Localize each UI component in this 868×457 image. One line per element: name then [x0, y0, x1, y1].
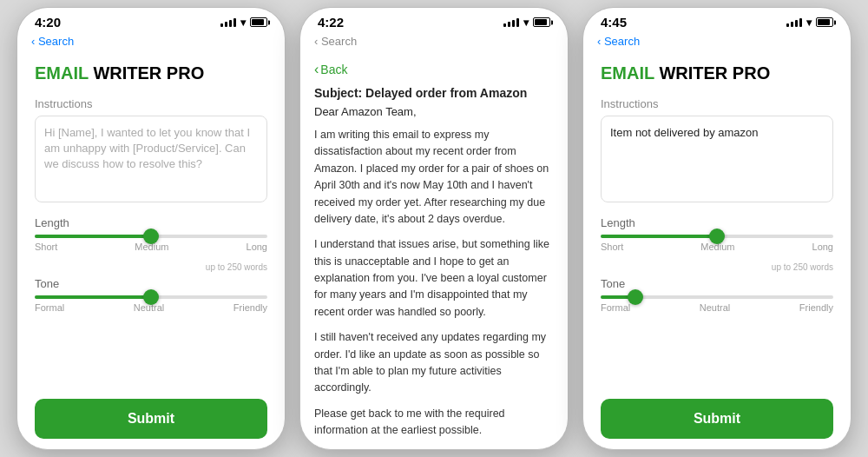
- email-para-2: I understand that issues arise, but some…: [314, 236, 554, 321]
- tone-track-left[interactable]: [35, 295, 267, 299]
- word-count-left: up to 250 words: [35, 262, 267, 272]
- battery-icon-middle: [533, 17, 550, 27]
- email-para-4: Please get back to me with the required …: [314, 406, 554, 440]
- email-salutation: Dear Amazon Team,: [314, 105, 554, 118]
- tone-track-right[interactable]: [601, 295, 833, 299]
- word-count-right: up to 250 words: [601, 262, 833, 272]
- instructions-label-right: Instructions: [601, 97, 833, 110]
- email-subject: Subject: Delayed order from Amazon: [314, 86, 554, 100]
- length-section-left: Length Short Medium Long: [35, 216, 267, 252]
- status-bar-right: 4:45 ▾: [583, 8, 851, 33]
- phone-left-content: EMAIL WRITER PRO Instructions Hi [Name],…: [17, 53, 285, 449]
- battery-icon-left: [250, 17, 267, 27]
- tone-label-right: Tone: [601, 277, 833, 290]
- time-left: 4:20: [35, 15, 61, 30]
- status-icons-middle: ▾: [503, 17, 550, 29]
- nav-bar-right: ‹ Search: [583, 33, 851, 53]
- submit-button-right[interactable]: Submit: [601, 399, 833, 439]
- status-icons-left: ▾: [220, 17, 267, 29]
- search-nav-left: ‹ Search: [31, 35, 74, 48]
- length-label-right: Length: [601, 216, 833, 229]
- nav-bar-middle: ‹ Search: [300, 33, 568, 53]
- status-bar-left: 4:20 ▾: [17, 8, 285, 33]
- wifi-icon-left: ▾: [240, 17, 246, 29]
- signal-icon-left: [220, 18, 236, 27]
- time-right: 4:45: [601, 15, 627, 30]
- phones-container: 4:20 ▾ ‹ Search EMAIL WRITER PRO Instruc…: [0, 0, 868, 457]
- length-track-right[interactable]: [601, 235, 833, 238]
- tone-section-right: Tone Formal Neutral Friendly: [601, 277, 833, 313]
- tone-section-left: Tone Formal Neutral Friendly: [35, 277, 267, 313]
- status-bar-middle: 4:22 ▾: [300, 8, 568, 33]
- wifi-icon-right: ▾: [806, 17, 812, 29]
- phone-middle: 4:22 ▾ ‹ Search ‹ Back Subject: Delayed …: [299, 7, 569, 450]
- instructions-label-left: Instructions: [35, 97, 267, 110]
- status-icons-right: ▾: [786, 17, 833, 29]
- length-track-left[interactable]: [35, 235, 267, 238]
- app-email-right: EMAIL: [601, 63, 654, 83]
- phone-right: 4:45 ▾ ‹ Search EMAIL WRITER PRO Instruc…: [582, 7, 852, 450]
- app-writer-pro-right: WRITER PRO: [654, 63, 770, 83]
- time-middle: 4:22: [318, 15, 344, 30]
- nav-bar-left: ‹ Search: [17, 33, 285, 53]
- length-section-right: Length Short Medium Long: [601, 216, 833, 252]
- signal-icon-right: [786, 18, 802, 27]
- app-title-right: EMAIL WRITER PRO: [601, 63, 833, 83]
- email-para-1: I am writing this email to express my di…: [314, 127, 554, 228]
- instructions-textarea-left[interactable]: Hi [Name], I wanted to let you know that…: [35, 116, 267, 202]
- email-para-3: I still haven't received any updates reg…: [314, 329, 554, 397]
- back-label: Back: [320, 63, 347, 76]
- instructions-textarea-right[interactable]: Item not delivered by amazon: [601, 116, 833, 202]
- phone-right-content: EMAIL WRITER PRO Instructions Item not d…: [583, 53, 851, 449]
- search-nav-middle: ‹ Search: [314, 35, 357, 48]
- phone-middle-content: ‹ Back Subject: Delayed order from Amazo…: [300, 53, 568, 449]
- app-title-left: EMAIL WRITER PRO: [35, 63, 267, 83]
- app-writer-pro-left: WRITER PRO: [89, 63, 204, 83]
- battery-icon-right: [816, 17, 833, 27]
- wifi-icon-middle: ▾: [523, 17, 529, 29]
- app-email-left: EMAIL: [35, 63, 89, 83]
- back-chevron-icon: ‹: [314, 62, 319, 77]
- tone-label-left: Tone: [35, 277, 267, 290]
- phone-left: 4:20 ▾ ‹ Search EMAIL WRITER PRO Instruc…: [16, 7, 286, 450]
- search-nav-right: ‹ Search: [597, 35, 640, 48]
- email-body: I am writing this email to express my di…: [314, 127, 554, 440]
- signal-icon-middle: [503, 18, 519, 27]
- length-label-left: Length: [35, 216, 267, 229]
- submit-button-left[interactable]: Submit: [35, 399, 267, 439]
- back-button-middle[interactable]: ‹ Back: [314, 62, 554, 77]
